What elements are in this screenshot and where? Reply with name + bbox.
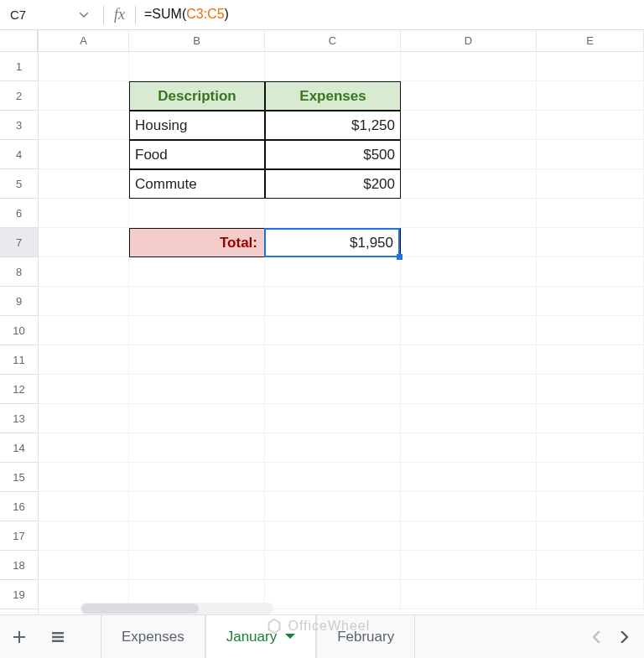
cell[interactable] <box>401 52 537 81</box>
cell[interactable] <box>129 52 265 81</box>
cell[interactable] <box>265 521 401 551</box>
cells[interactable]: Description Expenses Housing $1,250 Food… <box>39 52 644 609</box>
row-header[interactable]: 19 <box>0 580 38 609</box>
cell[interactable] <box>537 375 644 404</box>
row-header[interactable]: 5 <box>0 169 38 199</box>
cell[interactable] <box>129 404 265 433</box>
cell[interactable] <box>129 551 265 580</box>
next-sheet-button[interactable] <box>610 620 637 654</box>
selection-handle[interactable] <box>397 254 402 260</box>
cell[interactable] <box>129 433 265 463</box>
row-header[interactable]: 14 <box>0 433 38 463</box>
cell[interactable] <box>129 287 265 316</box>
cell[interactable] <box>39 375 129 404</box>
row-header[interactable]: 4 <box>0 140 38 169</box>
tab-january[interactable]: January <box>205 615 316 659</box>
col-header[interactable]: E <box>537 30 644 51</box>
cell[interactable] <box>537 580 644 609</box>
cell[interactable] <box>401 111 537 140</box>
cell[interactable] <box>537 492 644 521</box>
cell[interactable] <box>401 81 537 111</box>
row-header[interactable]: 12 <box>0 375 38 404</box>
row-header[interactable]: 10 <box>0 316 38 345</box>
cell[interactable] <box>401 404 537 433</box>
cell[interactable] <box>265 199 401 228</box>
cell[interactable] <box>129 316 265 345</box>
horizontal-scrollbar[interactable] <box>80 603 273 614</box>
table-row[interactable]: $1,250 <box>265 111 401 140</box>
cell[interactable] <box>537 81 644 111</box>
cell[interactable] <box>401 257 537 287</box>
select-all-corner[interactable] <box>0 30 38 52</box>
table-row[interactable]: Housing <box>129 111 265 140</box>
formula-input[interactable]: =SUM(C3:C5) <box>144 7 229 23</box>
cell[interactable] <box>129 257 265 287</box>
cell[interactable] <box>401 521 537 551</box>
cell[interactable] <box>39 551 129 580</box>
cell[interactable] <box>39 52 129 81</box>
cell[interactable] <box>537 140 644 169</box>
total-value[interactable]: $1,950 <box>265 228 401 257</box>
cell[interactable] <box>39 492 129 521</box>
cell[interactable] <box>265 433 401 463</box>
row-header[interactable]: 3 <box>0 111 38 140</box>
cell[interactable] <box>537 551 644 580</box>
cell[interactable] <box>401 345 537 375</box>
cell[interactable] <box>401 580 537 609</box>
table-row[interactable]: Commute <box>129 169 265 199</box>
tab-expenses[interactable]: Expenses <box>101 615 205 659</box>
cell[interactable] <box>129 199 265 228</box>
row-header[interactable]: 1 <box>0 52 38 81</box>
total-label[interactable]: Total: <box>129 228 265 257</box>
cell[interactable] <box>265 316 401 345</box>
prev-sheet-button[interactable] <box>584 620 610 654</box>
cell[interactable] <box>39 111 129 140</box>
cell[interactable] <box>537 169 644 199</box>
cell[interactable] <box>39 140 129 169</box>
row-header[interactable]: 13 <box>0 404 38 433</box>
cell[interactable] <box>537 111 644 140</box>
col-header[interactable]: C <box>265 30 401 51</box>
cell[interactable] <box>265 287 401 316</box>
cell[interactable] <box>401 463 537 492</box>
cell[interactable] <box>39 433 129 463</box>
row-header[interactable]: 2 <box>0 81 38 111</box>
tab-february[interactable]: February <box>316 615 415 659</box>
cell[interactable] <box>39 257 129 287</box>
all-sheets-button[interactable] <box>39 615 77 659</box>
table-row[interactable]: Food <box>129 140 265 169</box>
cell[interactable] <box>39 228 129 257</box>
cell[interactable] <box>265 52 401 81</box>
cell[interactable] <box>39 345 129 375</box>
cell[interactable] <box>537 287 644 316</box>
row-header[interactable]: 11 <box>0 345 38 375</box>
table-row[interactable]: $200 <box>265 169 401 199</box>
cell[interactable] <box>39 316 129 345</box>
cell[interactable] <box>39 463 129 492</box>
row-header[interactable]: 15 <box>0 463 38 492</box>
add-sheet-button[interactable] <box>0 615 39 659</box>
cell[interactable] <box>537 199 644 228</box>
name-box[interactable]: C7 <box>0 8 96 22</box>
col-header[interactable]: A <box>39 30 129 51</box>
cell[interactable] <box>401 228 537 257</box>
cell[interactable] <box>537 228 644 257</box>
cell[interactable] <box>39 199 129 228</box>
cell[interactable] <box>401 140 537 169</box>
scrollbar-thumb[interactable] <box>81 604 199 614</box>
cell[interactable] <box>129 492 265 521</box>
cell[interactable] <box>129 345 265 375</box>
row-header[interactable]: 18 <box>0 551 38 580</box>
row-header[interactable]: 16 <box>0 492 38 521</box>
cell[interactable] <box>537 345 644 375</box>
cell[interactable] <box>537 257 644 287</box>
cell[interactable] <box>401 199 537 228</box>
cell[interactable] <box>537 404 644 433</box>
cell[interactable] <box>537 52 644 81</box>
table-header-exp[interactable]: Expenses <box>265 81 401 111</box>
cell[interactable] <box>401 433 537 463</box>
cell[interactable] <box>265 375 401 404</box>
cell[interactable] <box>537 463 644 492</box>
table-row[interactable]: $500 <box>265 140 401 169</box>
row-header[interactable]: 8 <box>0 257 38 287</box>
